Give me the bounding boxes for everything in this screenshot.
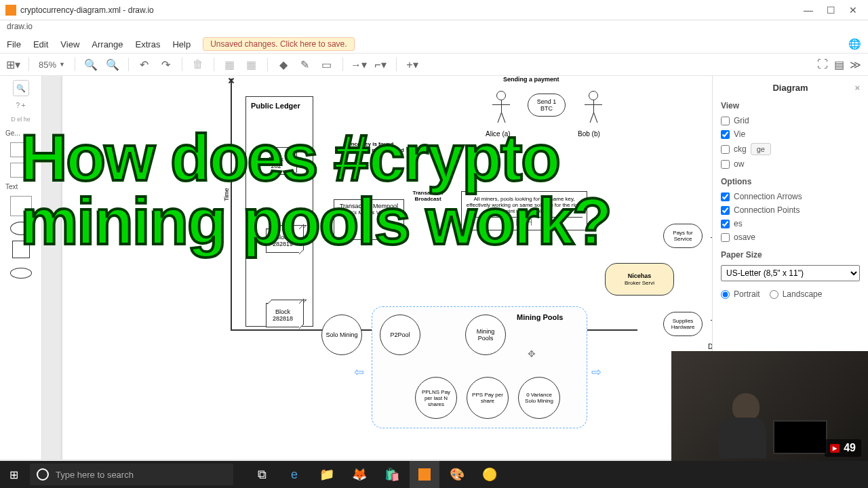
minimize-button[interactable]: —: [804, 5, 813, 16]
nicehash-cloud[interactable]: NicehasBroker Servi: [605, 263, 674, 296]
shape-rect-2[interactable]: [10, 163, 32, 178]
undo-icon[interactable]: ↶: [138, 58, 151, 70]
fullscreen-icon[interactable]: ⛶: [816, 58, 829, 70]
layout-icon[interactable]: ⊞▾: [7, 58, 19, 70]
maximize-button[interactable]: ☐: [827, 5, 835, 16]
window-titlebar: cryptocurrency-diagram.xml - draw.io — ☐…: [0, 0, 868, 20]
drawing-canvas[interactable]: Time Public Ledger Block282 Block282819 …: [62, 76, 712, 460]
resize-handle-left[interactable]: ⇦: [354, 365, 364, 380]
start-button[interactable]: ⊞: [0, 461, 27, 488]
task-view-icon[interactable]: ⧉: [247, 461, 277, 488]
alice-figure[interactable]: [491, 91, 511, 129]
tx-broadcast-label: Transaction Broadcast: [404, 190, 452, 202]
paper-size-select[interactable]: US-Letter (8,5" x 11"): [721, 265, 860, 281]
connection-icon[interactable]: →▾: [353, 58, 365, 70]
zoom-control[interactable]: 85% ▼: [39, 60, 65, 70]
chrome-icon[interactable]: 🟡: [475, 461, 505, 488]
shape-ellipse-2[interactable]: [10, 268, 32, 279]
explorer-icon[interactable]: 📁: [312, 461, 342, 488]
windows-taskbar: ⊞ Type here to search ⧉ e 📁 🦊 🛍️ 🎨 🟡: [0, 461, 868, 488]
time-axis-label: Time: [223, 188, 230, 201]
to-back-icon[interactable]: ▦: [245, 58, 258, 70]
shape-search-button[interactable]: 🔍: [13, 80, 29, 96]
firefox-icon[interactable]: 🦊: [344, 461, 374, 488]
public-ledger-box[interactable]: [245, 96, 313, 327]
subscriber-badge: ▶ 49: [825, 439, 861, 457]
menu-bar: File Edit View Arrange Extras Help Unsav…: [0, 35, 868, 53]
delete-icon[interactable]: 🗑: [192, 58, 204, 70]
portrait-radio[interactable]: Portrait: [721, 289, 760, 299]
shadow-icon[interactable]: ▭: [321, 58, 333, 70]
grid-checkbox[interactable]: Grid: [721, 116, 860, 125]
save-warning-button[interactable]: Unsaved changes. Click here to save.: [203, 37, 354, 51]
mempool-box[interactable]: Transaction Mempool n Tx's Miners Valida…: [334, 199, 404, 240]
landscape-radio[interactable]: Landscape: [770, 289, 823, 299]
shape-text-label[interactable]: Text: [3, 183, 18, 190]
conn-points-checkbox[interactable]: Connection Points: [721, 205, 860, 215]
canvas-area[interactable]: Time Public Ledger Block282 Block282819 …: [42, 76, 712, 460]
zvar-circle[interactable]: 0 Variance Solo Mining: [518, 377, 560, 419]
drawio-taskbar-icon[interactable]: [410, 461, 439, 488]
waypoint-icon[interactable]: ⌐▾: [374, 58, 387, 70]
bob-label: Bob (b): [578, 130, 600, 138]
pps-circle[interactable]: PPS Pay per share: [467, 377, 509, 419]
store-icon[interactable]: 🛍️: [377, 461, 407, 488]
menu-edit[interactable]: Edit: [33, 39, 48, 49]
mining-pools-circle[interactable]: Mining Pools: [465, 314, 506, 355]
edge-icon[interactable]: e: [279, 461, 309, 488]
menu-extras[interactable]: Extras: [136, 39, 161, 49]
buyer-figure[interactable]: [709, 224, 712, 262]
block-cube-2[interactable]: Block282819: [266, 228, 300, 253]
taskbar-search[interactable]: Type here to search: [30, 464, 233, 485]
shape-square[interactable]: [12, 241, 30, 258]
redo-icon[interactable]: ↷: [160, 58, 172, 70]
zoom-in-icon[interactable]: 🔍: [85, 58, 97, 70]
app-icon-2[interactable]: 🎨: [442, 461, 472, 488]
cortana-icon: [37, 468, 49, 481]
bob-figure[interactable]: [583, 91, 604, 129]
language-icon[interactable]: 🌐: [848, 38, 861, 50]
zoom-out-icon[interactable]: 🔍: [106, 58, 119, 70]
dave-figure[interactable]: [709, 306, 712, 344]
miners-note[interactable]: All miners, pools looking for the same k…: [461, 191, 587, 230]
change-bg-button[interactable]: ge: [751, 143, 771, 155]
format-panel-icon[interactable]: ▤: [833, 58, 845, 70]
shadow-checkbox[interactable]: ow: [721, 159, 860, 169]
shape-preview[interactable]: [10, 196, 32, 216]
pageview-checkbox[interactable]: Vie: [721, 129, 860, 139]
move-cursor-icon: ✥: [528, 348, 536, 359]
collapse-icon[interactable]: ≫: [849, 58, 861, 70]
resize-handle-right[interactable]: ⇨: [591, 365, 601, 380]
p2pool-circle[interactable]: P2Pool: [380, 314, 420, 355]
pays-service-cloud[interactable]: Pays for Service: [663, 224, 703, 248]
block-cube-3[interactable]: Block282818: [266, 303, 300, 327]
solo-mining-circle[interactable]: Solo Mining: [321, 314, 362, 355]
fill-icon[interactable]: ◆: [277, 58, 290, 70]
alice-label: Alice (a): [486, 130, 511, 138]
supplies-hw-cloud[interactable]: Supplies Hardware: [663, 312, 703, 336]
autosave-checkbox[interactable]: osave: [721, 232, 860, 242]
drag-hint: D el he: [9, 115, 32, 124]
add-icon[interactable]: +▾: [406, 58, 418, 70]
pplns-circle[interactable]: PPLNS Pay per last N shares: [415, 377, 457, 419]
menu-help[interactable]: Help: [172, 39, 191, 49]
shape-sidebar: 🔍 ? + D el he Ge... Text: [0, 76, 42, 460]
to-front-icon[interactable]: ▦: [224, 58, 236, 70]
category-general[interactable]: Ge...: [3, 129, 20, 137]
conn-arrows-checkbox[interactable]: Connection Arrows: [721, 192, 860, 201]
guides-checkbox[interactable]: es: [721, 219, 860, 228]
background-checkbox[interactable]: ckg ge: [721, 143, 860, 155]
menu-file[interactable]: File: [7, 39, 21, 49]
panel-close-icon[interactable]: ×: [854, 83, 860, 93]
block-cube-1[interactable]: Block282: [259, 150, 293, 175]
dave-label: Dave: [708, 343, 712, 350]
panel-title: Diagram×: [721, 83, 860, 93]
youtube-icon: ▶: [830, 444, 840, 453]
menu-arrange[interactable]: Arrange: [92, 39, 123, 49]
shape-rect[interactable]: [10, 142, 32, 157]
menu-view[interactable]: View: [60, 39, 79, 49]
send-btc-cloud[interactable]: Send 1 BTC: [528, 94, 566, 117]
shape-ellipse[interactable]: [10, 222, 32, 235]
line-color-icon[interactable]: ✎: [299, 58, 311, 70]
close-button[interactable]: ✕: [849, 5, 857, 16]
